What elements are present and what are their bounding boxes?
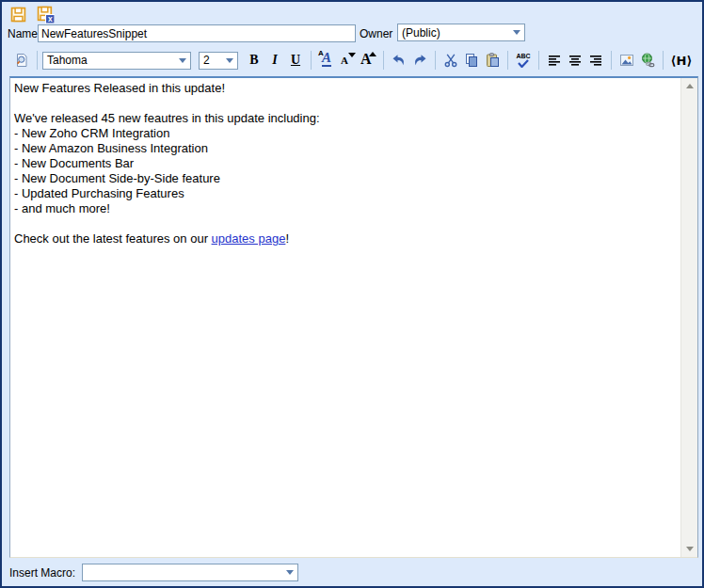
toolbar-separator bbox=[611, 51, 612, 70]
top-icon-bar: x bbox=[8, 5, 56, 24]
name-input[interactable] bbox=[38, 24, 356, 42]
fields-row: Name Owner (Public) bbox=[2, 24, 702, 43]
editor-final-suffix: ! bbox=[285, 231, 289, 246]
undo-button[interactable] bbox=[389, 51, 409, 71]
italic-icon: I bbox=[272, 53, 277, 68]
save-close-button[interactable]: x bbox=[35, 5, 56, 24]
shrink-font-button[interactable]: A bbox=[337, 51, 358, 71]
editor-line: New Features Released in this update! bbox=[14, 81, 678, 96]
editor-line: - New Document Side-by-Side feature bbox=[14, 171, 678, 186]
toolbar-separator bbox=[37, 51, 38, 70]
snippet-editor-window: x Name Owner (Public) Tahoma bbox=[0, 0, 704, 588]
align-right-icon bbox=[588, 53, 603, 68]
underline-button[interactable]: U bbox=[285, 51, 306, 71]
bold-button[interactable]: B bbox=[244, 51, 264, 71]
html-view-button[interactable]: ⟨H⟩ bbox=[668, 51, 695, 71]
toolbar-separator bbox=[383, 51, 384, 70]
editor-line: - Updated Purchasing Features bbox=[14, 186, 678, 201]
owner-value: (Public) bbox=[398, 26, 509, 40]
italic-button[interactable]: I bbox=[264, 51, 285, 71]
align-right-button[interactable] bbox=[585, 51, 606, 71]
print-preview-icon bbox=[14, 53, 29, 68]
align-center-icon bbox=[568, 53, 583, 68]
align-left-button[interactable] bbox=[544, 51, 565, 71]
grow-font-button[interactable]: A bbox=[358, 51, 378, 71]
grow-font-icon: A bbox=[360, 52, 376, 69]
copy-icon bbox=[464, 53, 479, 68]
redo-icon bbox=[412, 53, 427, 68]
shrink-font-icon: A bbox=[339, 52, 356, 69]
editor-line: - New Amazon Business Integration bbox=[14, 141, 678, 156]
spellcheck-button[interactable]: ABC bbox=[513, 51, 534, 71]
name-label: Name bbox=[8, 27, 38, 40]
font-color-icon: A A bbox=[317, 52, 336, 69]
editor-line: - and much more! bbox=[14, 201, 678, 216]
toolbar-separator bbox=[507, 51, 508, 70]
font-size-select[interactable]: 2 bbox=[199, 52, 238, 70]
formatting-toolbar: Tahoma 2 B I U A A A bbox=[2, 47, 702, 73]
font-family-value: Tahoma bbox=[43, 54, 175, 67]
updates-page-link[interactable]: updates page bbox=[212, 231, 286, 246]
save-close-icon: x bbox=[37, 6, 55, 24]
font-color-button[interactable]: A A bbox=[316, 51, 337, 71]
insert-image-button[interactable] bbox=[616, 51, 637, 71]
cut-icon bbox=[443, 53, 458, 68]
editor-line bbox=[14, 96, 678, 111]
align-left-icon bbox=[547, 53, 562, 68]
insert-link-button[interactable] bbox=[637, 51, 658, 71]
editor-content[interactable]: New Features Released in this update! We… bbox=[10, 78, 681, 557]
owner-label: Owner bbox=[360, 27, 392, 40]
font-size-value: 2 bbox=[200, 54, 222, 67]
save-icon bbox=[10, 7, 26, 23]
editor-line bbox=[14, 216, 678, 231]
html-view-icon: ⟨H⟩ bbox=[671, 54, 693, 68]
save-button[interactable] bbox=[8, 5, 28, 24]
bold-icon: B bbox=[249, 53, 258, 68]
editor-vertical-scrollbar[interactable] bbox=[680, 78, 697, 557]
scroll-up-icon[interactable] bbox=[681, 78, 697, 94]
toolbar-separator bbox=[538, 51, 539, 70]
font-family-select[interactable]: Tahoma bbox=[42, 52, 191, 70]
editor-line: Check out the latest features on our upd… bbox=[14, 231, 678, 246]
spellcheck-icon: ABC bbox=[516, 53, 530, 68]
footer-bar: Insert Macro: bbox=[2, 564, 702, 586]
paste-icon bbox=[485, 53, 500, 68]
snippet-body-editor[interactable]: New Features Released in this update! We… bbox=[9, 76, 698, 558]
print-preview-button[interactable] bbox=[11, 51, 32, 71]
cut-button[interactable] bbox=[440, 51, 461, 71]
insert-macro-label: Insert Macro: bbox=[9, 566, 75, 580]
undo-icon bbox=[392, 53, 407, 68]
chevron-down-icon bbox=[509, 30, 524, 35]
chevron-down-icon bbox=[282, 570, 297, 575]
underline-icon: U bbox=[291, 53, 300, 68]
paste-button[interactable] bbox=[482, 51, 503, 71]
toolbar-separator bbox=[435, 51, 436, 70]
owner-select[interactable]: (Public) bbox=[397, 24, 525, 41]
svg-text:x: x bbox=[47, 14, 52, 24]
insert-image-icon bbox=[619, 53, 634, 68]
editor-final-prefix: Check out the latest features on our bbox=[14, 231, 212, 246]
insert-link-icon bbox=[640, 53, 655, 68]
editor-line: - New Zoho CRM Integration bbox=[14, 126, 678, 141]
editor-line: - New Documents Bar bbox=[14, 156, 678, 171]
insert-macro-select[interactable] bbox=[82, 564, 298, 581]
align-center-button[interactable] bbox=[565, 51, 585, 71]
toolbar-separator bbox=[663, 51, 664, 70]
copy-button[interactable] bbox=[461, 51, 482, 71]
chevron-down-icon bbox=[175, 58, 190, 63]
editor-line: We've released 45 new feautres in this u… bbox=[14, 111, 678, 126]
scroll-down-icon[interactable] bbox=[681, 541, 697, 557]
toolbar-separator bbox=[311, 51, 312, 70]
chevron-down-icon bbox=[222, 58, 237, 63]
redo-button[interactable] bbox=[409, 51, 430, 71]
